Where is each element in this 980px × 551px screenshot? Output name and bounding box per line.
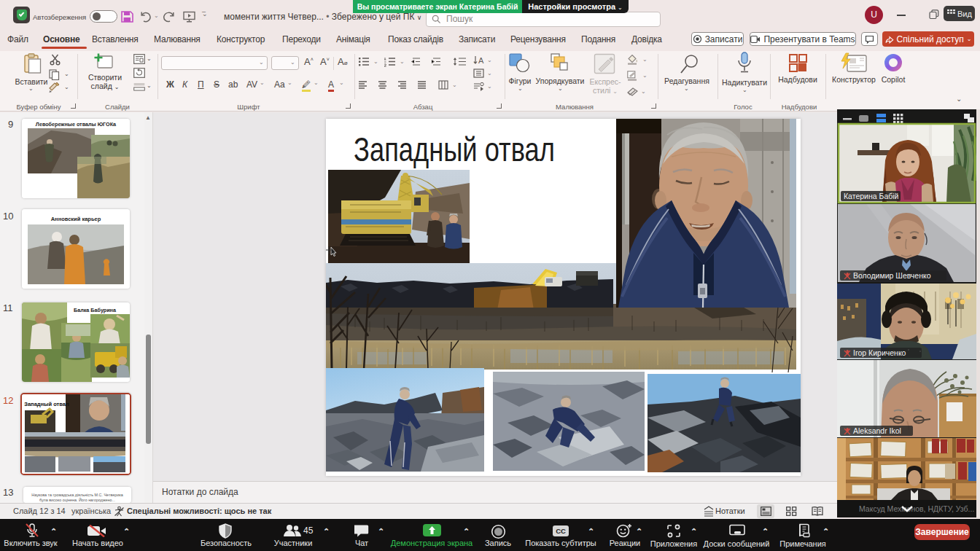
svg-text:Западный отвал: Западный отвал — [24, 401, 69, 407]
svg-text:була високо оцінена. Його наго: була високо оцінена. Його нагороджено... — [39, 497, 115, 502]
svg-text:Aleksandr Ikol: Aleksandr Ikol — [853, 426, 901, 435]
svg-text:Наукова та громадська діяльніс: Наукова та громадська діяльність М.С. Че… — [31, 493, 122, 497]
svg-text:Катерина Бабій: Катерина Бабій — [844, 192, 899, 200]
svg-text:Володимир Шевченко: Володимир Шевченко — [853, 271, 931, 280]
svg-text:A: A — [478, 56, 484, 65]
svg-text:Балка Бабурина: Балка Бабурина — [74, 307, 117, 313]
svg-text:Западный отвал: Западный отвал — [354, 130, 555, 168]
svg-text:Левобережные отвалы ЮГОКа: Левобережные отвалы ЮГОКа — [36, 121, 117, 128]
svg-text:Ігор Кириченко: Ігор Кириченко — [853, 348, 906, 357]
svg-text:Анновский карьер: Анновский карьер — [51, 216, 101, 222]
svg-text:Максуд Мехмонов, НДКТУ, Узб...: Максуд Мехмонов, НДКТУ, Узб... — [859, 504, 974, 513]
